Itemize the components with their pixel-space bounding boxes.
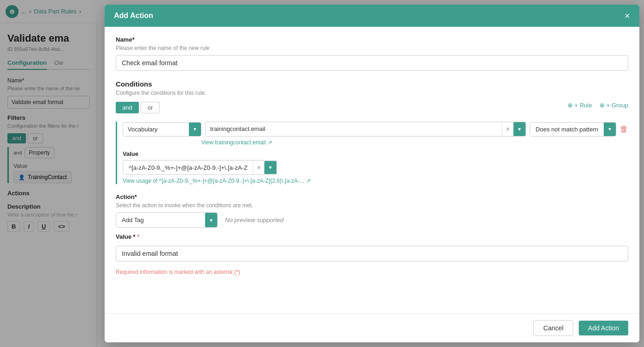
cancel-button[interactable]: Cancel (533, 320, 573, 336)
value-label: Value (123, 150, 628, 157)
email-field-select[interactable]: trainingcontact.email × ▾ (205, 122, 526, 136)
add-group-icon: ⊕ (600, 102, 605, 109)
add-rule-group: ⊕ + Rule ⊕ + Group (568, 102, 628, 109)
action-type-value: Add Tag (116, 213, 205, 227)
condition-value-area: Value × ▾ View usage of ^[a-zA-Z0-9._%+-… (123, 150, 628, 184)
background-page: ⊕ ... › Data Part Rules › Validate ema I… (0, 0, 644, 347)
view-usage-link-icon: ↗ (306, 178, 311, 184)
name-field-label: Name* (116, 36, 628, 43)
modal-footer: Cancel Add Action (105, 313, 639, 342)
action-row: Add Tag ▾ No preview supported (116, 212, 628, 228)
action-value-group: Value * * (116, 233, 628, 261)
vocabulary-select[interactable]: Vocabulary ▾ (123, 122, 201, 136)
add-rule-button[interactable]: ⊕ + Rule (568, 102, 592, 109)
email-field-dropdown-arrow[interactable]: ▾ (513, 122, 525, 136)
vocabulary-value: Vocabulary (123, 123, 189, 136)
value-input-row: × ▾ (123, 160, 277, 175)
add-rule-icon: ⊕ (568, 102, 573, 109)
required-note: Required information is marked with an a… (116, 269, 628, 275)
operator-value: Does not match pattern (530, 123, 604, 136)
modal-close-button[interactable]: × (625, 11, 630, 20)
modal-header: Add Action × (105, 5, 639, 27)
action-value-label: Value * * (116, 233, 628, 240)
name-field-hint: Please enter the name of the new rule (116, 45, 628, 51)
value-input[interactable] (123, 161, 253, 174)
add-group-button[interactable]: ⊕ + Group (600, 102, 628, 109)
view-usage-link[interactable]: View usage of ^[a-zA-Z0-9._%+-]+@[a-zA-Z… (123, 178, 628, 184)
email-field-clear[interactable]: × (502, 122, 513, 136)
action-type-dropdown-arrow[interactable]: ▾ (205, 213, 217, 227)
condition-and-or-row: and or (116, 102, 160, 113)
conditions-and-button[interactable]: and (116, 102, 139, 113)
operator-dropdown-arrow[interactable]: ▾ (604, 123, 616, 136)
view-email-link-icon: ↗ (268, 139, 272, 146)
conditions-title: Conditions (116, 80, 628, 88)
modal-body: Name* Please enter the name of the new r… (105, 27, 639, 313)
add-action-modal: Add Action × Name* Please enter the name… (105, 5, 639, 342)
condition-row: Vocabulary ▾ trainingcontact.email × ▾ D… (123, 122, 628, 136)
action-section: Action* Select the action to invoke when… (116, 193, 628, 275)
operator-select[interactable]: Does not match pattern ▾ (530, 122, 616, 136)
action-value-input[interactable] (116, 246, 628, 261)
asterisk-icon: * (137, 233, 139, 240)
name-input[interactable] (116, 55, 628, 71)
condition-delete-button[interactable]: 🗑 (620, 124, 628, 134)
no-preview-text: No preview supported (225, 217, 283, 223)
modal-title: Add Action (114, 12, 153, 20)
value-dropdown-arrow[interactable]: ▾ (264, 161, 276, 174)
action-type-select[interactable]: Add Tag ▾ (116, 212, 218, 228)
name-field-group: Name* Please enter the name of the new r… (116, 36, 628, 71)
action-hint: Select the action to invoke when the con… (116, 202, 628, 209)
email-field-value: trainingcontact.email (206, 122, 502, 136)
conditions-area: Vocabulary ▾ trainingcontact.email × ▾ D… (116, 122, 628, 184)
vocabulary-dropdown-arrow[interactable]: ▾ (189, 123, 201, 136)
view-email-link[interactable]: View trainingcontact.email ↗ (201, 139, 628, 146)
conditions-hint: Configure the conditions for this rule. (116, 90, 628, 96)
action-label: Action* (116, 193, 628, 200)
value-clear-button[interactable]: × (253, 161, 264, 174)
add-action-button[interactable]: Add Action (579, 321, 628, 335)
conditions-or-button[interactable]: or (141, 102, 160, 113)
